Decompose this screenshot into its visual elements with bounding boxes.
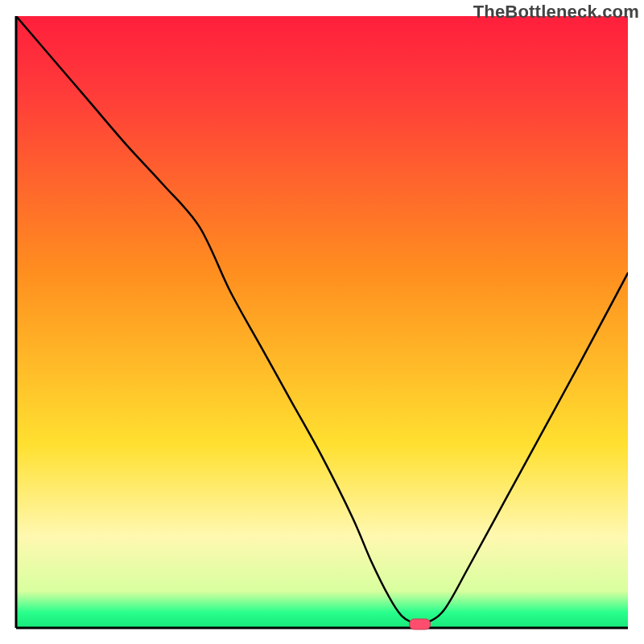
chart-stage: TheBottleneck.com [0, 0, 644, 644]
optimal-marker [410, 619, 431, 630]
watermark-text: TheBottleneck.com [473, 2, 639, 23]
gradient-background [16, 16, 628, 628]
bottleneck-chart [0, 0, 644, 644]
